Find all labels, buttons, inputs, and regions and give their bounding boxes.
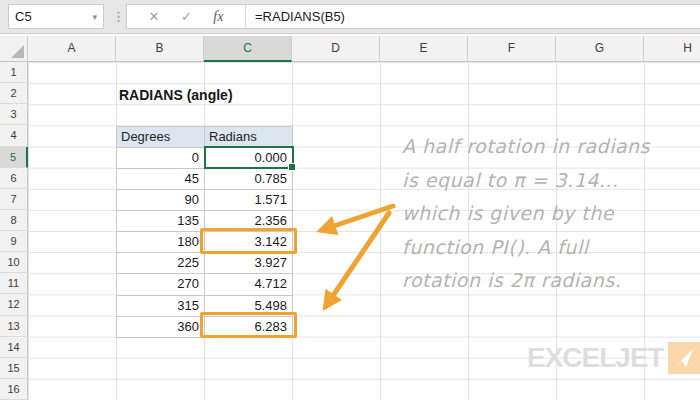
row-header-13[interactable]: 13 (0, 316, 28, 337)
column-header-A[interactable]: A (28, 36, 116, 62)
name-box[interactable]: C5 ▾ (8, 4, 104, 29)
row-header-5[interactable]: 5 (0, 147, 28, 168)
highlight-box-6283 (200, 312, 297, 338)
formula-input-bar: ✕ ✓ fx =RADIANS(B5) (126, 4, 700, 29)
annotation-line: is equal to π = 3.14... (402, 164, 692, 198)
column-header-F[interactable]: F (468, 36, 556, 62)
table-row: 45 0.785 (117, 169, 293, 190)
active-cell-border (204, 146, 294, 169)
row-header-14[interactable]: 14 (0, 337, 28, 358)
exceljet-logo: EXCELJET (527, 342, 700, 374)
table-row: 270 4.712 (117, 274, 293, 295)
radians-cell[interactable]: 0.785 (205, 169, 293, 190)
row-header-4[interactable]: 4 (0, 125, 28, 146)
degrees-cell[interactable]: 45 (117, 169, 205, 190)
radians-cell[interactable]: 3.927 (205, 253, 293, 274)
row-header-8[interactable]: 8 (0, 210, 28, 231)
table-row: 225 3.927 (117, 253, 293, 274)
select-all-corner[interactable] (0, 36, 28, 62)
table-header-row: Degrees Radians (117, 127, 293, 148)
annotation-line: rotation is 2π radians. (402, 264, 692, 298)
namebox-dropdown-icon[interactable]: ▾ (92, 12, 97, 22)
column-header-H[interactable]: H (644, 36, 700, 62)
degrees-cell[interactable]: 90 (117, 190, 205, 211)
fill-handle[interactable] (288, 163, 296, 171)
cell-reference: C5 (15, 9, 32, 24)
degrees-cell[interactable]: 315 (117, 296, 205, 317)
column-header-C[interactable]: C (204, 36, 292, 62)
row-header-3[interactable]: 3 (0, 104, 28, 125)
degrees-cell[interactable]: 360 (117, 317, 205, 338)
row-header-16[interactable]: 16 (0, 379, 28, 400)
column-header-D[interactable]: D (292, 36, 380, 62)
row-headers: 1 2 3 4 5 6 7 8 9 10 11 12 13 14 15 16 (0, 62, 28, 400)
cancel-icon[interactable]: ✕ (149, 9, 160, 24)
row-header-1[interactable]: 1 (0, 62, 28, 83)
formula-input[interactable]: =RADIANS(B5) (246, 9, 345, 24)
table-row: 90 1.571 (117, 190, 293, 211)
insert-function-icon[interactable]: fx (213, 9, 223, 25)
enter-icon[interactable]: ✓ (181, 9, 192, 24)
row-header-9[interactable]: 9 (0, 231, 28, 252)
degrees-cell[interactable]: 225 (117, 253, 205, 274)
column-header-B[interactable]: B (116, 36, 204, 62)
degrees-cell[interactable]: 0 (117, 148, 205, 169)
column-header-E[interactable]: E (380, 36, 468, 62)
sheet-title: RADIANS (angle) (119, 87, 233, 103)
degrees-cell[interactable]: 135 (117, 211, 205, 232)
annotation-line: A half rotation in radians (402, 130, 692, 164)
drag-handle-dots-icon: ⋮ (112, 0, 125, 33)
annotation-line: which is given by the (402, 197, 692, 231)
degrees-cell[interactable]: 180 (117, 232, 205, 253)
formula-bar: C5 ▾ ⋮ ✕ ✓ fx =RADIANS(B5) (0, 0, 700, 34)
row-header-6[interactable]: 6 (0, 168, 28, 189)
column-header-G[interactable]: G (556, 36, 644, 62)
formula-buttons: ✕ ✓ fx (127, 9, 245, 25)
row-header-2[interactable]: 2 (0, 83, 28, 104)
degrees-column-header[interactable]: Degrees (117, 127, 205, 148)
exceljet-logo-text: EXCELJET (527, 342, 664, 374)
column-headers: A B C D E F G H (0, 36, 700, 62)
row-header-15[interactable]: 15 (0, 358, 28, 379)
excel-window: C5 ▾ ⋮ ✕ ✓ fx =RADIANS(B5) A B C D E F G… (0, 0, 700, 400)
exceljet-logo-icon (668, 342, 700, 374)
radians-cell[interactable]: 4.712 (205, 274, 293, 295)
row-header-11[interactable]: 11 (0, 273, 28, 294)
radians-column-header[interactable]: Radians (205, 127, 293, 148)
annotation-text: A half rotation in radians is equal to π… (402, 130, 692, 298)
row-header-12[interactable]: 12 (0, 294, 28, 315)
annotation-line: function PI(). A full (402, 231, 692, 265)
row-header-10[interactable]: 10 (0, 252, 28, 273)
highlight-box-3142 (200, 228, 297, 254)
degrees-cell[interactable]: 270 (117, 274, 205, 295)
radians-cell[interactable]: 1.571 (205, 190, 293, 211)
row-header-7[interactable]: 7 (0, 189, 28, 210)
